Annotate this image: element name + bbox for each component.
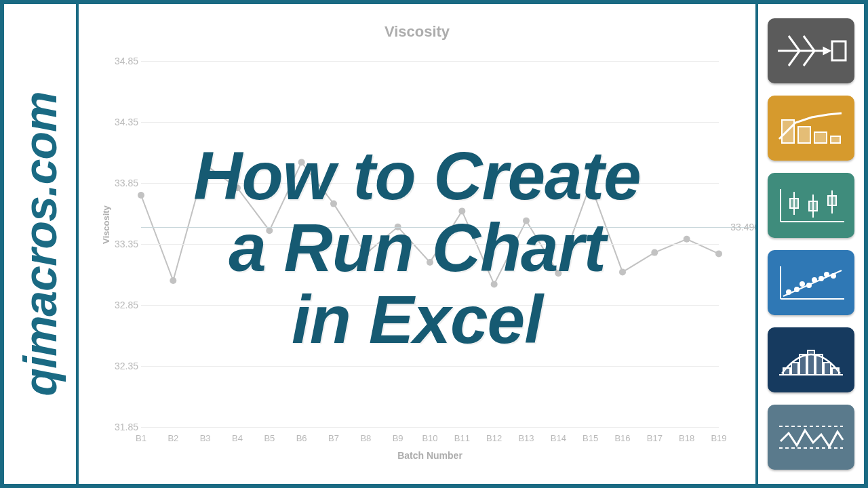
x-tick-label: B3 bbox=[196, 433, 215, 443]
data-point bbox=[458, 207, 465, 214]
svg-rect-9 bbox=[814, 132, 827, 143]
chart-type-sidebar bbox=[755, 4, 864, 484]
gridline bbox=[141, 427, 719, 428]
svg-point-29 bbox=[831, 274, 835, 278]
svg-point-28 bbox=[825, 272, 829, 277]
svg-point-24 bbox=[800, 282, 804, 286]
x-tick-label: B18 bbox=[677, 433, 696, 443]
data-point bbox=[587, 181, 594, 188]
svg-line-2 bbox=[804, 36, 814, 51]
svg-line-3 bbox=[789, 51, 800, 66]
svg-rect-6 bbox=[832, 41, 846, 60]
svg-point-23 bbox=[795, 287, 799, 291]
x-tick-label: B1 bbox=[132, 433, 151, 443]
svg-point-26 bbox=[812, 278, 816, 282]
y-tick-label: 34.85 bbox=[108, 56, 138, 66]
data-point bbox=[684, 236, 690, 243]
thumbnail-frame: qimacros.com Viscosity Viscosity Batch N… bbox=[0, 0, 868, 488]
plot-area: Viscosity Batch Number 31.8532.3532.8533… bbox=[141, 61, 719, 427]
gridline bbox=[141, 183, 719, 184]
data-point bbox=[362, 250, 369, 257]
data-point bbox=[170, 277, 176, 284]
y-tick-label: 31.85 bbox=[108, 422, 138, 432]
data-point bbox=[715, 250, 722, 257]
x-tick-label: B11 bbox=[452, 433, 471, 443]
x-tick-label: B10 bbox=[420, 433, 439, 443]
data-point bbox=[330, 201, 337, 207]
pareto-icon[interactable] bbox=[768, 96, 854, 161]
svg-point-22 bbox=[787, 290, 791, 294]
x-tick-label: B9 bbox=[389, 433, 408, 443]
data-point bbox=[138, 192, 144, 199]
svg-line-1 bbox=[789, 36, 800, 51]
x-tick-label: B14 bbox=[549, 433, 568, 443]
x-tick-label: B6 bbox=[292, 433, 311, 443]
x-tick-label: B7 bbox=[324, 433, 343, 443]
x-axis-label: Batch Number bbox=[397, 450, 462, 461]
runchart-icon[interactable] bbox=[768, 405, 854, 470]
brand-sidebar: qimacros.com bbox=[4, 4, 79, 484]
svg-rect-10 bbox=[831, 136, 840, 143]
x-tick-label: B19 bbox=[709, 433, 728, 443]
data-point bbox=[427, 259, 433, 266]
x-tick-label: B17 bbox=[645, 433, 664, 443]
median-line bbox=[141, 227, 755, 228]
data-point bbox=[619, 268, 626, 275]
x-tick-label: B16 bbox=[613, 433, 632, 443]
gridline bbox=[141, 122, 719, 123]
x-tick-label: B12 bbox=[485, 433, 504, 443]
svg-rect-16 bbox=[809, 201, 817, 211]
svg-rect-8 bbox=[798, 127, 810, 143]
y-tick-label: 33.35 bbox=[108, 239, 138, 249]
data-point bbox=[651, 249, 658, 256]
chart-panel: Viscosity Viscosity Batch Number 31.8532… bbox=[79, 4, 755, 484]
x-tick-label: B2 bbox=[163, 433, 182, 443]
data-point bbox=[202, 161, 209, 168]
run-chart: Viscosity Viscosity Batch Number 31.8532… bbox=[102, 23, 732, 470]
gridline bbox=[141, 244, 719, 245]
data-point bbox=[523, 218, 530, 224]
svg-point-25 bbox=[807, 283, 811, 287]
svg-rect-36 bbox=[824, 363, 831, 375]
brand-url: qimacros.com bbox=[14, 92, 66, 396]
data-point bbox=[266, 227, 273, 234]
data-point bbox=[555, 270, 561, 277]
gridline bbox=[141, 61, 719, 62]
chart-title: Viscosity bbox=[102, 23, 732, 41]
y-tick-label: 33.85 bbox=[108, 178, 138, 188]
y-tick-label: 34.35 bbox=[108, 117, 138, 127]
gridline bbox=[141, 305, 719, 306]
y-tick-label: 32.85 bbox=[108, 300, 138, 310]
svg-line-4 bbox=[804, 51, 814, 66]
svg-point-27 bbox=[819, 277, 823, 281]
x-tick-label: B4 bbox=[228, 433, 247, 443]
x-tick-label: B5 bbox=[260, 433, 279, 443]
svg-rect-18 bbox=[828, 196, 836, 205]
fishbone-icon[interactable] bbox=[768, 18, 854, 83]
svg-rect-32 bbox=[791, 363, 798, 375]
gridline bbox=[141, 366, 719, 367]
data-point bbox=[298, 159, 305, 165]
x-tick-label: B8 bbox=[356, 433, 375, 443]
x-tick-label: B13 bbox=[517, 433, 536, 443]
scatter-icon[interactable] bbox=[768, 250, 854, 315]
boxplot-icon[interactable] bbox=[768, 173, 854, 238]
histogram-icon[interactable] bbox=[768, 327, 854, 392]
x-tick-label: B15 bbox=[581, 433, 600, 443]
svg-rect-14 bbox=[790, 199, 798, 208]
data-point bbox=[491, 281, 498, 287]
y-tick-label: 32.35 bbox=[108, 361, 138, 371]
data-point bbox=[234, 184, 241, 191]
